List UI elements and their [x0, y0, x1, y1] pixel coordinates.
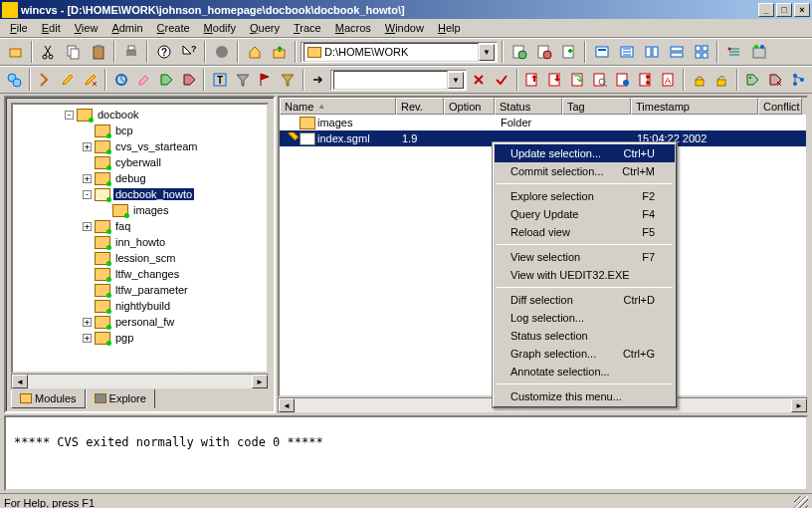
ctx-commit-selection-[interactable]: Commit selection...Ctrl+M: [495, 162, 675, 180]
tb-icon-7[interactable]: [665, 41, 688, 63]
r-icon-7[interactable]: A: [658, 69, 679, 91]
tb-icon-1[interactable]: [508, 41, 530, 63]
tag-icon[interactable]: [742, 69, 763, 91]
ctx-customize-this-menu-[interactable]: Customize this menu...: [495, 387, 675, 405]
tree-item-inn_howto[interactable]: inn_howto: [15, 234, 265, 250]
tree-item-faq[interactable]: +faq: [15, 218, 265, 234]
clear-icon[interactable]: [469, 69, 490, 91]
ctx-status-selection[interactable]: Status selection: [495, 327, 675, 345]
print-icon[interactable]: [119, 41, 142, 63]
menu-edit[interactable]: Edit: [36, 20, 67, 36]
pencil-x-icon[interactable]: [80, 69, 101, 91]
tb-icon-8[interactable]: [690, 41, 712, 63]
ctx-view-selection[interactable]: View selectionF7: [495, 248, 675, 266]
tree-item-images[interactable]: images: [15, 202, 265, 218]
filter-1-icon[interactable]: [232, 69, 253, 91]
ctx-graph-selection-[interactable]: Graph selection...Ctrl+G: [495, 345, 675, 363]
tree-item-cvs_vs_starteam[interactable]: +cvs_vs_starteam: [15, 138, 265, 154]
tree-item-pgp[interactable]: +pgp: [15, 330, 265, 346]
t2-icon-1[interactable]: [4, 69, 25, 91]
r-icon-1[interactable]: [522, 69, 543, 91]
tree-item-bcp[interactable]: bcp: [15, 123, 265, 138]
tree-item-nightlybuild[interactable]: nightlybuild: [15, 298, 265, 314]
tree-view[interactable]: -docbookbcp+cvs_vs_starteamcyberwall+deb…: [11, 103, 269, 374]
flag-icon[interactable]: [255, 69, 276, 91]
tree-hscroll[interactable]: ◄►: [11, 374, 269, 389]
menu-query[interactable]: Query: [244, 20, 286, 36]
tab-modules[interactable]: Modules: [11, 389, 86, 408]
column-option[interactable]: Option: [444, 98, 495, 115]
about-icon[interactable]: ?: [152, 41, 175, 63]
ctx-log-selection-[interactable]: Log selection...: [495, 309, 675, 327]
ctx-annotate-selection-[interactable]: Annotate selection...: [495, 363, 675, 381]
tree-item-debug[interactable]: +debug: [15, 170, 265, 186]
column-name[interactable]: Name▲: [280, 98, 396, 115]
arrow-icon[interactable]: [308, 69, 329, 91]
r-icon-4[interactable]: [590, 69, 611, 91]
path-combo[interactable]: D:\HOME\WORK ▼: [301, 42, 498, 63]
column-conflict[interactable]: Conflict: [758, 98, 802, 115]
tree-item-ltfw_changes[interactable]: ltfw_changes: [15, 266, 265, 282]
open-icon[interactable]: [4, 41, 27, 63]
ctx-reload-view[interactable]: Reload viewF5: [495, 223, 675, 241]
column-rev[interactable]: Rev.: [396, 98, 444, 115]
tb-icon-9[interactable]: [722, 41, 745, 63]
list-row[interactable]: imagesFolder: [280, 115, 806, 130]
menu-create[interactable]: Create: [151, 20, 196, 36]
tb-icon-2[interactable]: [532, 41, 555, 63]
branch-icon[interactable]: [787, 69, 808, 91]
tb-icon-6[interactable]: [640, 41, 663, 63]
filter-2-icon[interactable]: [278, 69, 299, 91]
r-icon-5[interactable]: [613, 69, 634, 91]
tb-icon-3[interactable]: [557, 41, 580, 63]
menu-help[interactable]: Help: [432, 20, 467, 36]
menu-macros[interactable]: Macros: [329, 20, 377, 36]
unlock-icon[interactable]: [711, 69, 732, 91]
t2-icon-2[interactable]: [35, 69, 56, 91]
tab-explore[interactable]: Explore: [86, 389, 155, 408]
maximize-button[interactable]: □: [776, 3, 792, 17]
tree-item-lession_scm[interactable]: lession_scm: [15, 250, 265, 266]
apply-icon[interactable]: [492, 69, 512, 91]
tree-item-docbook[interactable]: -docbook: [15, 107, 265, 123]
ctx-update-selection-[interactable]: Update selection...Ctrl+U: [495, 144, 675, 162]
tb-icon-5[interactable]: [615, 41, 638, 63]
text-icon[interactable]: T: [209, 69, 230, 91]
output-console[interactable]: ***** CVS exited normally with code 0 **…: [4, 415, 808, 491]
paste-icon[interactable]: [87, 41, 109, 63]
menu-view[interactable]: View: [69, 20, 104, 36]
menu-window[interactable]: Window: [379, 20, 430, 36]
tag-green-icon[interactable]: [156, 69, 177, 91]
tb-icon-4[interactable]: [590, 41, 613, 63]
home-icon[interactable]: [243, 41, 266, 63]
untag-icon[interactable]: [765, 69, 786, 91]
ctx-view-with-uedit-exe[interactable]: View with UEDIT32.EXE: [495, 266, 675, 284]
help-icon[interactable]: ?: [177, 41, 200, 63]
resize-grip[interactable]: [794, 496, 808, 508]
filter-combo[interactable]: ▼: [330, 70, 467, 91]
ctx-explore-selection[interactable]: Explore selectionF2: [495, 187, 675, 205]
tree-item-personal_fw[interactable]: +personal_fw: [15, 314, 265, 330]
r-icon-2[interactable]: [544, 69, 565, 91]
ctx-diff-selection[interactable]: Diff selectionCtrl+D: [495, 291, 675, 309]
ctx-query-update[interactable]: Query UpdateF4: [495, 205, 675, 223]
stop-icon[interactable]: [210, 41, 233, 63]
r-icon-3[interactable]: [567, 69, 588, 91]
eraser-icon[interactable]: [133, 69, 154, 91]
r-icon-6[interactable]: [636, 69, 657, 91]
column-timestamp[interactable]: Timestamp: [631, 98, 758, 115]
tb-icon-10[interactable]: [747, 41, 770, 63]
tree-item-docbook_howto[interactable]: -docbook_howto: [15, 186, 265, 202]
close-button[interactable]: ×: [794, 3, 810, 17]
menu-modify[interactable]: Modify: [198, 20, 242, 36]
t2-icon-3[interactable]: [110, 69, 131, 91]
cut-icon[interactable]: [37, 41, 60, 63]
up-icon[interactable]: [268, 41, 291, 63]
menu-file[interactable]: File: [4, 20, 34, 36]
tree-item-cyberwall[interactable]: cyberwall: [15, 154, 265, 170]
tag-red-icon[interactable]: [179, 69, 200, 91]
menu-trace[interactable]: Trace: [288, 20, 327, 36]
lock-icon[interactable]: [689, 69, 710, 91]
tree-item-ltfw_parameter[interactable]: ltfw_parameter: [15, 282, 265, 298]
column-tag[interactable]: Tag: [562, 98, 631, 115]
